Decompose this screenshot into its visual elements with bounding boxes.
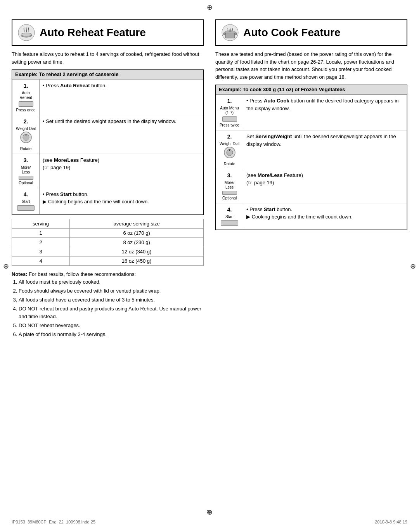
cook-icon bbox=[221, 23, 239, 42]
step-1-label: AutoReheat bbox=[16, 91, 36, 100]
step-4-label: Start bbox=[16, 199, 36, 204]
cook-step-3-sublabel: Optional bbox=[219, 196, 240, 201]
svg-point-2 bbox=[21, 33, 32, 36]
list-item: DO NOT reheat bread and pastry products … bbox=[19, 305, 204, 321]
cook-step-2-instruction: Set Serving/Weight until the desired ser… bbox=[243, 130, 407, 169]
step-3-num: 3. bbox=[16, 156, 36, 165]
step-2-cell: 2. Weight Dial Rotate bbox=[12, 115, 40, 154]
step-1-num: 1. bbox=[16, 82, 36, 90]
cook-steps-table: 1. Auto Menu(1-7) Press twice • Press Au… bbox=[216, 94, 407, 230]
auto-cook-section: Auto Cook Feature These are tested and p… bbox=[215, 19, 407, 340]
list-item: All foods should have a covered stand ti… bbox=[19, 296, 204, 304]
table-row: 3. More/Less Optional (see More/Less Fea… bbox=[216, 169, 407, 203]
cook-step-1-num: 1. bbox=[219, 97, 240, 105]
step-1-sublabel: Press once bbox=[16, 108, 36, 113]
table-row: 3 12 oz (340 g) bbox=[12, 247, 204, 256]
table-row: serving average serving size bbox=[12, 219, 204, 228]
cook-step-1-cell: 1. Auto Menu(1-7) Press twice bbox=[216, 95, 243, 130]
cook-step-2-sublabel: Rotate bbox=[219, 162, 240, 166]
step-2-label: Weight Dial bbox=[16, 127, 36, 131]
reheat-example-header: Example: To reheat 2 servings of cassero… bbox=[12, 70, 203, 79]
table-row: 1. Auto Menu(1-7) Press twice • Press Au… bbox=[216, 95, 407, 130]
step-2-num: 2. bbox=[16, 118, 36, 126]
main-columns: Auto Reheat Feature This feature allows … bbox=[12, 19, 407, 340]
cooking-begins-text: Cooking begins and the time will count d… bbox=[43, 199, 149, 204]
reg-mark-bottom: ⊕ bbox=[207, 508, 213, 516]
cook-step-1-instruction: • Press Auto Cook button until the desir… bbox=[243, 95, 407, 130]
auto-reheat-title: Auto Reheat Feature bbox=[40, 26, 146, 39]
cook-step-4-cell: 4. Start bbox=[216, 203, 243, 229]
step-2-sublabel: Rotate bbox=[16, 147, 36, 151]
reheat-button-icon bbox=[19, 101, 33, 107]
auto-cook-title: Auto Cook Feature bbox=[243, 26, 340, 39]
table-row: 4 16 oz (450 g) bbox=[12, 256, 204, 265]
table-row: 2. Weight Dial Rotate • Set until the de… bbox=[12, 115, 203, 154]
list-item: Foods should always be covered with lid … bbox=[19, 287, 204, 295]
cook-step-3-label: More/Less bbox=[219, 180, 240, 190]
reg-mark-top: ⊕ bbox=[207, 3, 213, 12]
auto-menu-button-icon bbox=[222, 116, 237, 122]
step-3-instruction: (see More/Less Feature)(☞ page 19) bbox=[40, 154, 203, 188]
cook-step-4-instruction: • Press Start button.Cooking begins and … bbox=[243, 203, 407, 229]
step-1-cell: 1. AutoReheat Press once bbox=[12, 80, 40, 115]
serving-size-table: serving average serving size 1 6 oz (170… bbox=[12, 219, 204, 266]
cook-step-2-label: Weight Dial bbox=[219, 142, 240, 146]
list-item: DO NOT reheat beverages. bbox=[19, 322, 204, 330]
notes-list: All foods must be previously cooked. Foo… bbox=[19, 278, 204, 339]
footer-right: 2010-9-8 9:48:19 bbox=[375, 520, 407, 524]
cook-more-less-icon bbox=[222, 191, 237, 195]
size-1: 6 oz (170 g) bbox=[70, 228, 204, 237]
step-1-instruction: • Press Auto Reheat button. bbox=[40, 80, 203, 115]
cook-example-box: Example: To cook 300 g (11 oz) of Frozen… bbox=[215, 85, 407, 230]
step-4-cell: 4. Start bbox=[12, 188, 40, 214]
page-container: ⊕ ⊕ ⊕ bbox=[0, 0, 419, 532]
size-3: 12 oz (340 g) bbox=[70, 247, 204, 256]
svg-point-0 bbox=[18, 24, 35, 41]
cook-step-4-num: 4. bbox=[219, 206, 240, 214]
reg-mark-left: ⊕ bbox=[3, 262, 9, 270]
start-button-icon bbox=[17, 205, 35, 211]
svg-rect-10 bbox=[223, 33, 225, 35]
serving-3: 3 bbox=[12, 247, 70, 256]
step-2-instruction: • Set until the desired weight appears i… bbox=[40, 115, 203, 154]
list-item: A plate of food is normally 3-4 servings… bbox=[19, 331, 204, 339]
cook-step-2-num: 2. bbox=[219, 133, 240, 141]
cook-begins-text: Cooking begins and the time will count d… bbox=[246, 214, 353, 220]
table-row: 4. Start • Press Start button.Cooking be… bbox=[216, 203, 407, 229]
footer: IP3153_39M80CP_Eng_22_100908.indd 25 201… bbox=[12, 520, 407, 524]
notes-section: Notes: For best results, follow these re… bbox=[12, 270, 204, 339]
table-row: 1. AutoReheat Press once • Press Auto Re… bbox=[12, 80, 203, 115]
avg-size-col-header: average serving size bbox=[70, 219, 204, 228]
serving-4: 4 bbox=[12, 256, 70, 265]
table-row: 4. Start • Press Start button.Cooking be… bbox=[12, 188, 203, 214]
cook-example-header: Example: To cook 300 g (11 oz) of Frozen… bbox=[216, 85, 407, 94]
reheat-icon bbox=[17, 23, 36, 42]
list-item: All foods must be previously cooked. bbox=[19, 278, 204, 286]
size-4: 16 oz (450 g) bbox=[70, 256, 204, 265]
auto-reheat-section: Auto Reheat Feature This feature allows … bbox=[12, 19, 204, 340]
cook-step-1-sublabel: Press twice bbox=[219, 123, 240, 128]
auto-cook-description: These are tested and pre-timed (based on… bbox=[215, 50, 407, 81]
step-3-cell: 3. More/Less Optional bbox=[12, 154, 40, 188]
table-row: 2 8 oz (230 g) bbox=[12, 237, 204, 247]
auto-cook-header: Auto Cook Feature bbox=[215, 19, 407, 46]
step-3-label: More/Less bbox=[16, 165, 36, 175]
auto-reheat-description: This feature allows you to reheat 1 to 4… bbox=[12, 50, 204, 66]
more-less-button-icon bbox=[19, 176, 33, 180]
serving-1: 1 bbox=[12, 228, 70, 237]
step-3-sublabel: Optional bbox=[16, 181, 36, 185]
footer-left: IP3153_39M80CP_Eng_22_100908.indd 25 bbox=[12, 520, 95, 524]
table-row: 2. Weight Dial Rotate Set Serving/Weight… bbox=[216, 130, 407, 169]
cook-step-3-cell: 3. More/Less Optional bbox=[216, 169, 243, 203]
serving-2: 2 bbox=[12, 237, 70, 247]
reheat-steps-table: 1. AutoReheat Press once • Press Auto Re… bbox=[12, 79, 203, 215]
table-row: 1 6 oz (170 g) bbox=[12, 228, 204, 237]
auto-reheat-header: Auto Reheat Feature bbox=[12, 19, 204, 46]
notes-intro: Notes: For best results, follow these re… bbox=[12, 270, 204, 279]
cook-weight-dial-icon bbox=[223, 146, 236, 159]
reheat-example-box: Example: To reheat 2 servings of cassero… bbox=[12, 69, 204, 215]
cook-step-3-instruction: (see More/Less Feature)(☞ page 19) bbox=[243, 169, 407, 203]
step-4-instruction: • Press Start button.Cooking begins and … bbox=[40, 188, 203, 214]
cook-step-1-label: Auto Menu(1-7) bbox=[219, 106, 240, 115]
svg-rect-11 bbox=[235, 33, 237, 35]
